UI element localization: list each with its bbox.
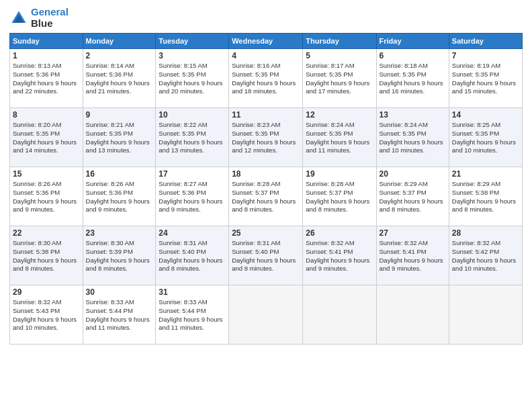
logo-icon — [9, 9, 28, 28]
calendar-week-4: 22 Sunrise: 8:30 AMSunset: 5:38 PMDaylig… — [10, 226, 523, 285]
day-number: 15 — [13, 169, 80, 179]
day-number: 4 — [232, 51, 300, 60]
calendar-cell: 9 Sunrise: 8:21 AMSunset: 5:35 PMDayligh… — [83, 108, 156, 167]
day-number: 29 — [13, 287, 80, 297]
calendar-cell: 1 Sunrise: 8:13 AMSunset: 5:36 PMDayligh… — [10, 49, 83, 108]
calendar-weekday-thursday: Thursday — [303, 34, 376, 49]
day-number: 13 — [380, 110, 446, 120]
day-info: Sunrise: 8:17 AMSunset: 5:35 PMDaylight … — [306, 62, 373, 96]
day-number: 18 — [232, 169, 300, 179]
day-info: Sunrise: 8:32 AMSunset: 5:41 PMDaylight … — [306, 239, 373, 273]
page-container: General Blue SundayMondayTuesdayWednesda… — [0, 0, 532, 411]
day-number: 11 — [232, 110, 300, 120]
header: General Blue — [9, 7, 523, 29]
day-info: Sunrise: 8:32 AMSunset: 5:43 PMDaylight … — [13, 298, 80, 332]
day-number: 2 — [86, 51, 153, 60]
day-info: Sunrise: 8:27 AMSunset: 5:36 PMDaylight … — [159, 180, 226, 214]
calendar-cell: 12 Sunrise: 8:24 AMSunset: 5:35 PMDaylig… — [303, 108, 376, 167]
calendar-cell: 27 Sunrise: 8:32 AMSunset: 5:41 PMDaylig… — [376, 226, 449, 285]
calendar-cell: 19 Sunrise: 8:28 AMSunset: 5:37 PMDaylig… — [303, 167, 376, 226]
calendar-cell: 20 Sunrise: 8:29 AMSunset: 5:37 PMDaylig… — [376, 167, 449, 226]
day-info: Sunrise: 8:26 AMSunset: 5:36 PMDaylight … — [86, 180, 153, 214]
day-number: 6 — [380, 51, 446, 60]
calendar-week-2: 8 Sunrise: 8:20 AMSunset: 5:35 PMDayligh… — [10, 108, 523, 167]
calendar-cell: 30 Sunrise: 8:33 AMSunset: 5:44 PMDaylig… — [83, 285, 156, 345]
day-number: 26 — [306, 228, 373, 238]
calendar-cell: 2 Sunrise: 8:14 AMSunset: 5:36 PMDayligh… — [83, 49, 156, 108]
calendar-cell: 8 Sunrise: 8:20 AMSunset: 5:35 PMDayligh… — [10, 108, 83, 167]
calendar-cell: 24 Sunrise: 8:31 AMSunset: 5:40 PMDaylig… — [156, 226, 229, 285]
day-info: Sunrise: 8:23 AMSunset: 5:35 PMDaylight … — [232, 121, 300, 155]
day-info: Sunrise: 8:32 AMSunset: 5:42 PMDaylight … — [452, 239, 519, 273]
day-info: Sunrise: 8:13 AMSunset: 5:36 PMDaylight … — [13, 62, 80, 96]
calendar-cell: 6 Sunrise: 8:18 AMSunset: 5:35 PMDayligh… — [376, 49, 449, 108]
calendar-cell: 13 Sunrise: 8:24 AMSunset: 5:35 PMDaylig… — [376, 108, 449, 167]
calendar-cell: 25 Sunrise: 8:31 AMSunset: 5:40 PMDaylig… — [229, 226, 303, 285]
day-info: Sunrise: 8:31 AMSunset: 5:40 PMDaylight … — [159, 239, 226, 273]
calendar-cell: 21 Sunrise: 8:29 AMSunset: 5:38 PMDaylig… — [449, 167, 522, 226]
day-info: Sunrise: 8:18 AMSunset: 5:35 PMDaylight … — [380, 62, 446, 96]
day-number: 30 — [86, 287, 153, 297]
day-info: Sunrise: 8:24 AMSunset: 5:35 PMDaylight … — [306, 121, 373, 155]
day-number: 16 — [86, 169, 153, 179]
logo-text: General Blue — [31, 7, 69, 29]
calendar-cell: 28 Sunrise: 8:32 AMSunset: 5:42 PMDaylig… — [449, 226, 522, 285]
day-info: Sunrise: 8:14 AMSunset: 5:36 PMDaylight … — [86, 62, 153, 96]
calendar-weekday-sunday: Sunday — [10, 34, 83, 49]
calendar-cell: 23 Sunrise: 8:30 AMSunset: 5:39 PMDaylig… — [83, 226, 156, 285]
day-info: Sunrise: 8:29 AMSunset: 5:37 PMDaylight … — [380, 180, 446, 214]
day-number: 8 — [13, 110, 80, 120]
day-info: Sunrise: 8:22 AMSunset: 5:35 PMDaylight … — [159, 121, 226, 155]
calendar-weekday-saturday: Saturday — [449, 34, 522, 49]
day-number: 1 — [13, 51, 80, 60]
day-number: 31 — [159, 287, 226, 297]
day-info: Sunrise: 8:31 AMSunset: 5:40 PMDaylight … — [232, 239, 300, 273]
calendar-cell: 29 Sunrise: 8:32 AMSunset: 5:43 PMDaylig… — [10, 285, 83, 345]
day-info: Sunrise: 8:15 AMSunset: 5:35 PMDaylight … — [159, 62, 226, 96]
calendar-week-1: 1 Sunrise: 8:13 AMSunset: 5:36 PMDayligh… — [10, 49, 523, 108]
day-info: Sunrise: 8:19 AMSunset: 5:35 PMDaylight … — [452, 62, 519, 96]
calendar-week-5: 29 Sunrise: 8:32 AMSunset: 5:43 PMDaylig… — [10, 285, 523, 345]
day-info: Sunrise: 8:16 AMSunset: 5:35 PMDaylight … — [232, 62, 300, 96]
calendar-cell — [376, 285, 449, 345]
logo: General Blue — [9, 7, 69, 29]
calendar-cell: 4 Sunrise: 8:16 AMSunset: 5:35 PMDayligh… — [229, 49, 303, 108]
calendar-cell: 31 Sunrise: 8:33 AMSunset: 5:44 PMDaylig… — [156, 285, 229, 345]
calendar-table: SundayMondayTuesdayWednesdayThursdayFrid… — [9, 33, 523, 345]
calendar-cell: 10 Sunrise: 8:22 AMSunset: 5:35 PMDaylig… — [156, 108, 229, 167]
day-info: Sunrise: 8:28 AMSunset: 5:37 PMDaylight … — [232, 180, 300, 214]
day-number: 7 — [452, 51, 519, 60]
calendar-cell: 17 Sunrise: 8:27 AMSunset: 5:36 PMDaylig… — [156, 167, 229, 226]
calendar-cell: 15 Sunrise: 8:26 AMSunset: 5:36 PMDaylig… — [10, 167, 83, 226]
day-number: 23 — [86, 228, 153, 238]
day-info: Sunrise: 8:30 AMSunset: 5:38 PMDaylight … — [13, 239, 80, 273]
calendar-weekday-wednesday: Wednesday — [229, 34, 303, 49]
calendar-cell: 7 Sunrise: 8:19 AMSunset: 5:35 PMDayligh… — [449, 49, 522, 108]
calendar-cell: 3 Sunrise: 8:15 AMSunset: 5:35 PMDayligh… — [156, 49, 229, 108]
day-info: Sunrise: 8:29 AMSunset: 5:38 PMDaylight … — [452, 180, 519, 214]
calendar-header-row: SundayMondayTuesdayWednesdayThursdayFrid… — [10, 34, 523, 49]
day-number: 21 — [452, 169, 519, 179]
day-number: 5 — [306, 51, 373, 60]
day-number: 20 — [380, 169, 446, 179]
day-info: Sunrise: 8:33 AMSunset: 5:44 PMDaylight … — [159, 298, 226, 332]
day-info: Sunrise: 8:21 AMSunset: 5:35 PMDaylight … — [86, 121, 153, 155]
day-number: 28 — [452, 228, 519, 238]
calendar-cell: 22 Sunrise: 8:30 AMSunset: 5:38 PMDaylig… — [10, 226, 83, 285]
day-info: Sunrise: 8:24 AMSunset: 5:35 PMDaylight … — [380, 121, 446, 155]
calendar-cell — [449, 285, 522, 345]
day-number: 24 — [159, 228, 226, 238]
day-number: 14 — [452, 110, 519, 120]
day-number: 19 — [306, 169, 373, 179]
day-number: 10 — [159, 110, 226, 120]
day-number: 9 — [86, 110, 153, 120]
calendar-weekday-monday: Monday — [83, 34, 156, 49]
day-info: Sunrise: 8:20 AMSunset: 5:35 PMDaylight … — [13, 121, 80, 155]
day-number: 17 — [159, 169, 226, 179]
day-info: Sunrise: 8:32 AMSunset: 5:41 PMDaylight … — [380, 239, 446, 273]
calendar-cell: 5 Sunrise: 8:17 AMSunset: 5:35 PMDayligh… — [303, 49, 376, 108]
day-number: 22 — [13, 228, 80, 238]
day-number: 12 — [306, 110, 373, 120]
calendar-cell: 14 Sunrise: 8:25 AMSunset: 5:35 PMDaylig… — [449, 108, 522, 167]
calendar-cell: 11 Sunrise: 8:23 AMSunset: 5:35 PMDaylig… — [229, 108, 303, 167]
